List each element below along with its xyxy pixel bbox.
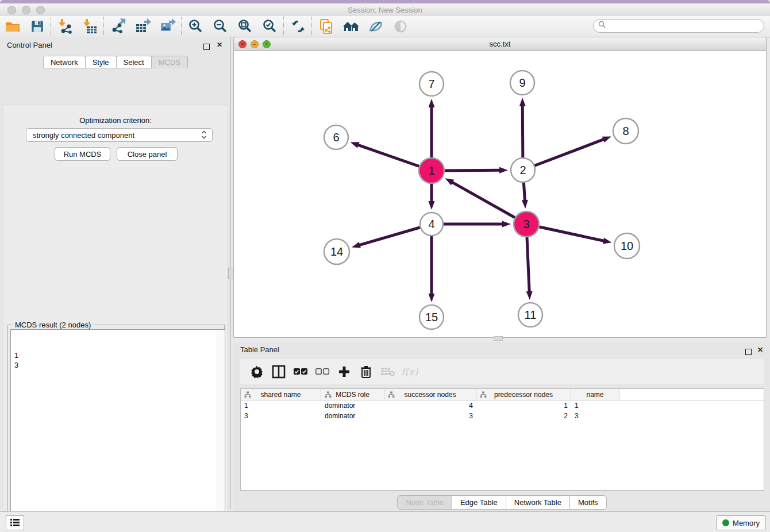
arrowhead-4-14 — [352, 242, 361, 248]
column-header-predecessor-nodes[interactable]: predecessor nodes — [476, 389, 571, 400]
open-file-icon[interactable] — [0, 17, 25, 36]
tab-motifs[interactable]: Motifs — [569, 495, 607, 510]
export-image-icon[interactable] — [155, 17, 180, 36]
deselect-all-icon[interactable] — [311, 363, 333, 381]
graph-node-10[interactable]: 10 — [614, 233, 640, 259]
tab-edge-table[interactable]: Edge Table — [452, 495, 506, 510]
delete-table-icon[interactable] — [377, 363, 399, 381]
graph-node-11[interactable]: 11 — [518, 303, 542, 327]
column-label: name — [586, 391, 603, 399]
arrowhead-2-9 — [519, 98, 526, 106]
node-label-7: 7 — [428, 78, 434, 90]
criterion-dropdown[interactable]: strongly connected component — [26, 128, 213, 142]
tab-style[interactable]: Style — [85, 56, 117, 68]
toggle-visibility-icon[interactable] — [363, 17, 388, 36]
graph-node-1[interactable]: 1 — [419, 158, 444, 183]
table-row[interactable]: 1dominator411 — [241, 400, 764, 411]
result-line: 1 — [14, 350, 225, 360]
save-session-icon[interactable] — [25, 17, 49, 36]
graph-node-4[interactable]: 4 — [420, 213, 443, 236]
hierarchy-icon — [325, 391, 332, 400]
tab-network[interactable]: Network — [43, 56, 86, 68]
export-table-icon[interactable] — [130, 17, 155, 36]
search-icon — [598, 21, 606, 31]
graph-node-3[interactable]: 3 — [514, 211, 539, 237]
tab-network-table[interactable]: Network Table — [506, 495, 570, 510]
delete-column-icon[interactable] — [355, 363, 377, 381]
table-cell: 1 — [241, 402, 321, 410]
column-panel-icon[interactable] — [268, 363, 290, 381]
column-header-successor-nodes[interactable]: successor nodes — [384, 389, 476, 400]
arrowhead-4-15 — [429, 294, 435, 302]
import-network-icon[interactable] — [53, 17, 78, 36]
table-cell: 2 — [476, 412, 571, 420]
apply-layout-icon[interactable] — [286, 17, 310, 36]
network-window-titlebar[interactable]: × − + scc.txt — [234, 37, 766, 51]
tab-node-table[interactable]: Node Table — [397, 495, 452, 510]
close-panel-button[interactable]: Close panel — [117, 147, 178, 161]
export-network-icon[interactable] — [106, 17, 130, 36]
control-panel-title: Control Panel — [7, 41, 52, 49]
column-header-shared-name[interactable]: shared name — [241, 389, 321, 400]
node-label-9: 9 — [519, 76, 525, 89]
window-titlebar[interactable]: Session: New Session — [0, 3, 770, 17]
column-header-MCDS-role[interactable]: MCDS role — [321, 389, 384, 400]
node-label-4: 4 — [428, 218, 434, 230]
mcds-result-textarea[interactable]: 13 — [10, 329, 225, 532]
column-header-name[interactable]: name — [571, 389, 619, 400]
network-canvas[interactable]: 7968124314101511 — [234, 51, 766, 337]
task-history-button[interactable] — [6, 515, 24, 530]
graph-node-7[interactable]: 7 — [419, 72, 444, 96]
table-cell: 4 — [384, 402, 476, 410]
list-icon — [10, 518, 20, 527]
hierarchy-icon — [480, 391, 487, 400]
hierarchy-icon — [244, 391, 251, 400]
toolbar-separator — [103, 17, 105, 36]
table-settings-icon[interactable] — [246, 363, 268, 381]
table-row[interactable]: 3dominator323 — [241, 411, 764, 421]
zoom-selected-icon[interactable] — [257, 17, 282, 36]
search-input[interactable] — [593, 19, 764, 33]
arrowhead-2-8 — [602, 137, 611, 142]
import-table-icon[interactable] — [78, 17, 102, 36]
tab-mcds[interactable]: MCDS — [151, 56, 188, 68]
graph-node-15[interactable]: 15 — [419, 305, 444, 329]
float-panel-icon[interactable] — [203, 42, 210, 52]
zoom-in-icon[interactable] — [183, 17, 208, 36]
select-all-icon[interactable] — [290, 363, 311, 381]
memory-button[interactable]: Memory — [716, 515, 766, 530]
edge-2-8[interactable] — [523, 139, 605, 170]
column-label: shared name — [260, 391, 301, 399]
float-table-panel-icon[interactable] — [745, 347, 752, 357]
close-panel-icon[interactable]: ✕ — [217, 41, 222, 49]
node-label-8: 8 — [622, 125, 629, 137]
graph-node-6[interactable]: 6 — [324, 125, 348, 149]
eye-icon[interactable] — [388, 17, 413, 36]
network-splitter-handle[interactable] — [494, 336, 503, 341]
graph-node-9[interactable]: 9 — [510, 71, 534, 95]
main-toolbar — [0, 16, 770, 37]
graph-node-2[interactable]: 2 — [511, 158, 535, 182]
add-column-icon[interactable] — [333, 363, 355, 381]
result-scrollbar[interactable] — [217, 330, 224, 532]
zoom-out-icon[interactable] — [208, 17, 233, 36]
arrowhead-4-3 — [502, 221, 511, 228]
dropdown-stepper-icon — [201, 130, 207, 142]
table-panel: Table Panel ✕ f(x) shared nameMCDS roles… — [233, 342, 770, 511]
run-mcds-button[interactable]: Run MCDS — [55, 147, 110, 161]
reset-view-icon[interactable] — [338, 17, 363, 36]
toolbar-separator — [181, 17, 182, 36]
tab-select[interactable]: Select — [116, 56, 152, 68]
function-builder-icon[interactable]: f(x) — [399, 363, 421, 381]
arrowhead-1-2 — [499, 167, 508, 174]
arrowhead-3-10 — [603, 238, 612, 244]
graph-node-8[interactable]: 8 — [613, 118, 638, 144]
zoom-fit-icon[interactable] — [233, 17, 257, 36]
graph-node-14[interactable]: 14 — [324, 239, 349, 264]
clone-network-icon[interactable] — [314, 17, 338, 36]
column-label: predecessor nodes — [494, 391, 553, 399]
node-label-11: 11 — [525, 309, 537, 321]
column-label: MCDS role — [336, 391, 369, 399]
table-cell: dominator — [321, 412, 384, 420]
close-table-panel-icon[interactable]: ✕ — [757, 346, 763, 354]
